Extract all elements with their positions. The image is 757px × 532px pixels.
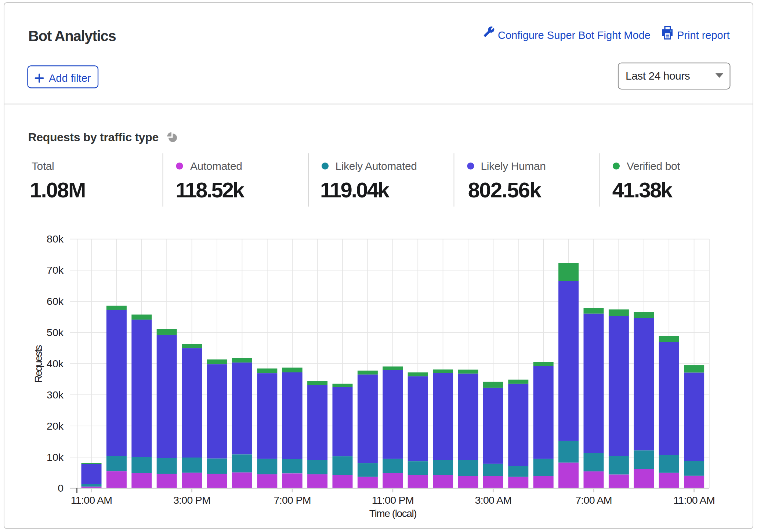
svg-text:Verified bot: Verified bot: [627, 160, 680, 172]
svg-text:Add filter: Add filter: [49, 72, 91, 84]
svg-text:40k: 40k: [47, 358, 64, 369]
svg-text:80k: 80k: [47, 233, 64, 245]
svg-text:50k: 50k: [47, 327, 64, 338]
svg-text:70k: 70k: [47, 264, 64, 276]
svg-text:7:00 PM: 7:00 PM: [274, 494, 311, 506]
svg-text:11:00 PM: 11:00 PM: [372, 494, 414, 506]
svg-text:Requests by traffic type: Requests by traffic type: [28, 131, 159, 144]
svg-text:20k: 20k: [47, 420, 64, 432]
svg-text:41.38k: 41.38k: [612, 178, 673, 202]
svg-text:118.52k: 118.52k: [175, 178, 245, 202]
svg-text:Print report: Print report: [677, 29, 729, 41]
svg-text:60k: 60k: [47, 295, 64, 307]
svg-text:Likely Automated: Likely Automated: [336, 160, 417, 172]
svg-text:1.08M: 1.08M: [30, 178, 85, 202]
svg-text:10k: 10k: [47, 451, 64, 463]
svg-text:11:00 AM: 11:00 AM: [673, 494, 715, 506]
svg-text:Time (local): Time (local): [369, 508, 416, 519]
svg-text:3:00 AM: 3:00 AM: [475, 494, 512, 506]
svg-text:Configure Super Bot Fight Mode: Configure Super Bot Fight Mode: [498, 29, 651, 41]
svg-text:Last 24 hours: Last 24 hours: [626, 70, 690, 82]
svg-text:Bot Analytics: Bot Analytics: [28, 28, 116, 44]
svg-text:7:00 AM: 7:00 AM: [575, 494, 612, 506]
svg-text:119.04k: 119.04k: [320, 178, 390, 202]
svg-text:0: 0: [58, 482, 64, 494]
svg-text:802.56k: 802.56k: [468, 178, 542, 202]
svg-text:Likely Human: Likely Human: [481, 160, 546, 172]
svg-text:3:00 PM: 3:00 PM: [173, 494, 210, 506]
svg-text:Total: Total: [32, 160, 54, 172]
svg-text:30k: 30k: [47, 389, 64, 401]
svg-text:Requests: Requests: [32, 345, 44, 383]
svg-text:11:00 AM: 11:00 AM: [71, 494, 112, 506]
svg-text:Automated: Automated: [190, 160, 242, 172]
